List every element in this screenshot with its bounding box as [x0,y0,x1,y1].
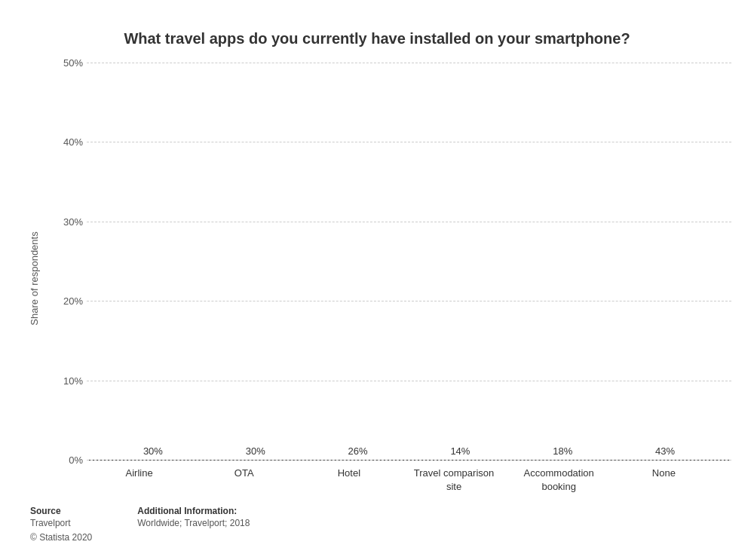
bar-group: 43% [620,445,710,460]
chart-container: What travel apps do you currently have i… [0,0,754,560]
chart-inner: 50%40%30%20%10%0%30%30%26%14%18%43% Airl… [49,63,731,494]
bars-and-grid: 50%40%30%20%10%0%30%30%26%14%18%43% [49,63,731,460]
bar-group: 18% [517,445,608,460]
chart-title: What travel apps do you currently have i… [23,30,731,47]
bar-value-label: 30% [143,445,163,457]
additional-text: Worldwide; Travelport; 2018 [137,516,250,531]
bar-group: 30% [210,445,301,460]
y-tick-label: 0% [49,454,83,466]
x-axis-label: Travel comparison site [409,467,499,494]
source-label: Source [30,506,61,516]
bars-wrapper: 30%30%26%14%18%43% [87,63,731,460]
source-text: Travelport © Statista 2020 [30,516,92,545]
bar-value-label: 26% [348,445,368,457]
grid-line [87,460,731,461]
additional-label: Additional Information: [137,506,237,516]
x-axis-labels: AirlineOTAHotelTravel comparison siteAcc… [49,461,731,494]
bar-group: 26% [313,445,403,460]
y-tick-label: 40% [49,136,83,148]
x-axis-label: Airline [94,467,185,494]
bar-value-label: 18% [553,445,572,457]
bar-value-label: 14% [450,445,470,457]
bar-value-label: 30% [246,445,265,457]
footer-additional: Additional Information: Worldwide; Trave… [137,506,250,545]
x-axis-label: OTA [199,467,290,494]
y-tick-label: 10% [49,375,83,386]
x-axis-label: Accommodation booking [513,467,604,494]
y-axis-label: Share of respondents [23,63,45,494]
footer-source: Source Travelport © Statista 2020 [30,506,92,545]
x-axis-label: None [618,467,709,494]
x-axis-label: Hotel [304,467,394,494]
chart-area: Share of respondents 50%40%30%20%10%0%30… [23,63,731,494]
footer: Source Travelport © Statista 2020 Additi… [23,506,731,545]
y-tick-label: 20% [49,295,83,307]
y-tick-label: 50% [49,57,83,69]
bar-group: 14% [415,445,505,460]
bar-value-label: 43% [655,445,675,457]
bar-group: 30% [108,445,198,460]
y-tick-label: 30% [49,216,83,227]
